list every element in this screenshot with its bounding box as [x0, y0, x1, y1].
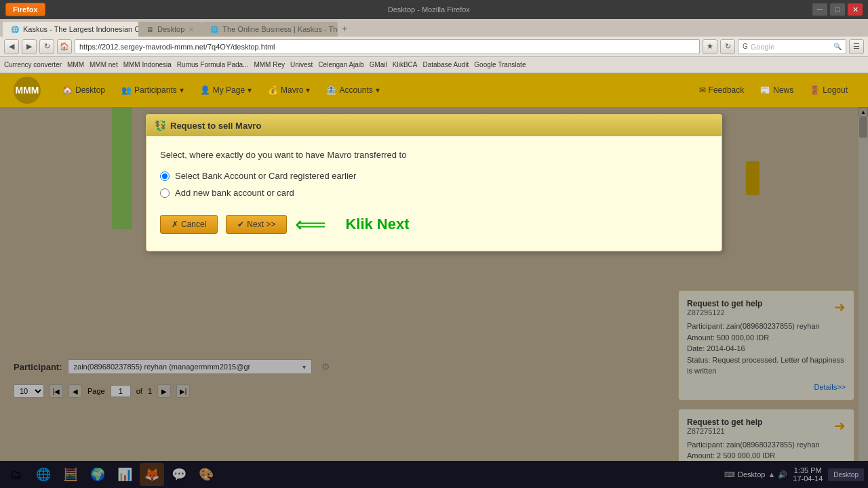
radio-select-bank[interactable]: Select Bank Account or Card registered e…: [160, 171, 708, 181]
app-logo: MMM: [14, 77, 41, 104]
window-title: Desktop - Mozilla Firefox: [45, 5, 812, 14]
tab-kaskus[interactable]: 🌐 Kaskus - The Largest Indonesian Com...…: [3, 22, 138, 37]
app-header: MMM 🏠 Desktop 👥 Participants ▾ 👤 My Page…: [0, 73, 868, 107]
radio-add-bank-label: Add new bank account or card: [175, 188, 294, 198]
home-button[interactable]: 🏠: [57, 39, 72, 54]
radio-add-bank[interactable]: Add new bank account or card: [160, 188, 708, 198]
radio-select-bank-input[interactable]: [160, 171, 170, 181]
dialog-title-icon: 💱: [155, 120, 166, 131]
reload-button[interactable]: ↻: [39, 39, 54, 54]
sell-mavro-dialog: 💱 Request to sell Mavro Select, where ex…: [146, 114, 722, 251]
nav-participants[interactable]: 👥 Participants ▾: [113, 81, 192, 99]
refresh-button[interactable]: ↻: [720, 39, 735, 54]
klik-next-text: Klik Next: [345, 216, 409, 233]
app-nav-right: ✉ Feedback 📰 News 🚪 Logout: [692, 81, 854, 99]
radio-select-bank-label: Select Bank Account or Card registered e…: [175, 171, 356, 181]
title-bar: Firefox Desktop - Mozilla Firefox ─ □ ✕: [0, 0, 868, 19]
check-icon: ✔: [237, 220, 244, 229]
bookmark-star[interactable]: ★: [703, 39, 717, 54]
close-button[interactable]: ✕: [848, 3, 863, 16]
bookmark-database[interactable]: Database Audit: [422, 61, 469, 68]
arrow-icon: ⟸: [295, 211, 326, 237]
bookmark-univest[interactable]: Univest: [290, 61, 313, 68]
cancel-button[interactable]: ✗ Cancel: [160, 215, 218, 234]
radio-add-bank-input[interactable]: [160, 188, 170, 198]
dialog-body: Select, where exactly do you want to hav…: [146, 136, 722, 251]
menu-button[interactable]: ☰: [849, 39, 864, 54]
dialog-instruction: Select, where exactly do you want to hav…: [160, 150, 708, 160]
tab-online-business[interactable]: 🌐 The Online Business | Kaskus - The La.…: [202, 22, 338, 37]
bookmark-mmm-indonesia[interactable]: MMM Indonesia: [123, 61, 172, 68]
nav-feedback[interactable]: ✉ Feedback: [692, 81, 751, 99]
app-nav: 🏠 Desktop 👥 Participants ▾ 👤 My Page ▾ 💰…: [54, 81, 692, 99]
bookmark-google-translate[interactable]: Google Translate: [474, 61, 526, 68]
nav-bar: ◀ ▶ ↻ 🏠 https://2012.sergey-mavrodi-mmm.…: [0, 37, 868, 57]
next-button[interactable]: ✔ Next >>: [226, 215, 287, 234]
address-bar[interactable]: https://2012.sergey-mavrodi-mmm.net/7q4O…: [75, 39, 700, 54]
address-text: https://2012.sergey-mavrodi-mmm.net/7q4O…: [79, 43, 275, 51]
nav-desktop[interactable]: 🏠 Desktop: [54, 81, 113, 99]
nav-mavro[interactable]: 💰 Mavro ▾: [260, 81, 318, 99]
nav-mypage[interactable]: 👤 My Page ▾: [192, 81, 260, 99]
bookmarks-bar: Currency converter MMM MMM net MMM Indon…: [0, 57, 868, 73]
tab-desktop[interactable]: 🖥 Desktop ✕: [138, 22, 202, 37]
bookmark-klikbca[interactable]: KlikBCA: [393, 61, 418, 68]
main-content: 💱 Request to sell Mavro Select, where ex…: [0, 107, 868, 488]
search-placeholder: Google: [751, 43, 774, 51]
cancel-icon: ✗: [172, 220, 178, 229]
bookmark-gmail[interactable]: GMail: [370, 61, 387, 68]
dialog-actions: ✗ Cancel ✔ Next >> ⟸ Klik Next: [160, 211, 708, 237]
bookmark-celengan[interactable]: Celengan Ajaib: [318, 61, 363, 68]
bookmark-rumus[interactable]: Rumus Formula Pada...: [177, 61, 249, 68]
minimize-button[interactable]: ─: [812, 3, 827, 16]
bookmark-mmm-rey[interactable]: MMM Rey: [254, 61, 285, 68]
bookmark-mmm[interactable]: MMM: [67, 61, 84, 68]
tabs-bar: 🌐 Kaskus - The Largest Indonesian Com...…: [0, 19, 868, 37]
bookmark-currency[interactable]: Currency converter: [4, 61, 62, 68]
new-tab-button[interactable]: +: [338, 22, 351, 35]
dialog-title-text: Request to sell Mavro: [170, 121, 261, 131]
back-button[interactable]: ◀: [4, 39, 19, 54]
dialog-title-bar: 💱 Request to sell Mavro: [146, 115, 722, 136]
nav-logout[interactable]: 🚪 Logout: [803, 81, 854, 99]
tab-close-desktop[interactable]: ✕: [189, 26, 194, 33]
maximize-button[interactable]: □: [830, 3, 845, 16]
firefox-button[interactable]: Firefox: [5, 3, 45, 16]
bookmark-mmm-net[interactable]: MMM net: [90, 61, 118, 68]
search-bar[interactable]: G Google 🔍: [738, 39, 846, 54]
arrow-hint: ⟸ Klik Next: [295, 211, 409, 237]
nav-news[interactable]: 📰 News: [753, 81, 800, 99]
nav-accounts[interactable]: 🏦 Accounts ▾: [318, 81, 387, 99]
forward-button[interactable]: ▶: [22, 39, 37, 54]
